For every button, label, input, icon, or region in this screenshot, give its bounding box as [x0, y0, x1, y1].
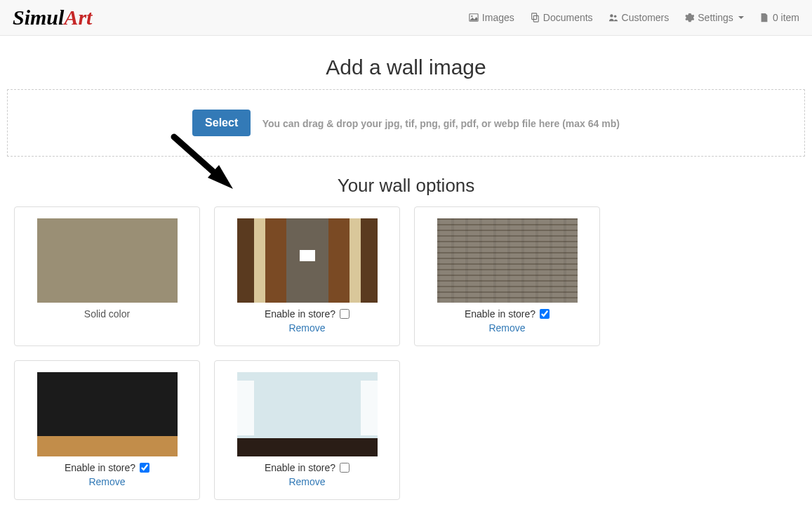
svg-point-4: [610, 14, 613, 17]
wall-thumbnail[interactable]: [237, 218, 378, 303]
nav-customers[interactable]: Customers: [608, 12, 670, 23]
select-button[interactable]: Select: [192, 110, 251, 136]
brand-first: Simul: [13, 6, 64, 29]
users-icon: [608, 13, 618, 22]
enable-label: Enable in store?: [465, 308, 535, 320]
picture-icon: [469, 13, 479, 22]
copy-icon: [530, 13, 540, 22]
nav-cart-label: 0 item: [773, 12, 799, 23]
wall-thumbnail[interactable]: [37, 218, 178, 303]
nav-documents-label: Documents: [543, 12, 593, 23]
enable-row: Enable in store?: [26, 462, 188, 473]
wall-option-card: Enable in store? Remove: [214, 360, 400, 500]
enable-checkbox[interactable]: [340, 463, 350, 473]
nav-images-label: Images: [482, 12, 514, 23]
nav-images[interactable]: Images: [469, 12, 514, 23]
enable-row: Enable in store?: [226, 462, 388, 473]
nav-items: Images Documents Customers Settings 0 it…: [469, 12, 799, 23]
svg-point-1: [471, 15, 472, 17]
wall-option-card: Solid color: [14, 206, 200, 346]
wall-thumbnail[interactable]: [437, 218, 578, 303]
enable-checkbox[interactable]: [140, 463, 149, 473]
chevron-down-icon: [738, 16, 744, 19]
nav-customers-label: Customers: [622, 12, 670, 23]
remove-link[interactable]: Remove: [288, 476, 325, 487]
nav-settings-label: Settings: [698, 12, 733, 23]
remove-link[interactable]: Remove: [288, 322, 325, 334]
enable-label: Enable in store?: [65, 462, 135, 473]
upload-dropzone[interactable]: Select You can drag & drop your jpg, tif…: [7, 89, 805, 157]
wall-option-card: Enable in store? Remove: [14, 360, 200, 500]
remove-link[interactable]: Remove: [88, 476, 125, 487]
section-title: Your wall options: [7, 175, 805, 197]
page-title: Add a wall image: [7, 55, 805, 79]
file-icon: [759, 13, 769, 22]
svg-rect-2: [531, 13, 536, 20]
brand-logo[interactable]: SimulArt: [13, 6, 92, 29]
wall-thumbnail[interactable]: [37, 372, 178, 456]
upload-hint: You can drag & drop your jpg, tif, png, …: [262, 118, 620, 129]
wall-options-grid: Solid color Enable in store? Remove Enab…: [7, 206, 805, 500]
nav-settings[interactable]: Settings: [684, 12, 744, 23]
enable-label: Enable in store?: [265, 462, 335, 473]
navbar: SimulArt Images Documents Customers Sett…: [0, 0, 812, 36]
enable-row: Enable in store?: [426, 308, 588, 320]
nav-cart[interactable]: 0 item: [759, 12, 799, 23]
brand-accent: Art: [64, 6, 92, 29]
wall-option-label: Solid color: [26, 308, 188, 320]
remove-link[interactable]: Remove: [488, 322, 525, 334]
wall-option-card: Enable in store? Remove: [414, 206, 600, 346]
wall-option-card: Enable in store? Remove: [214, 206, 400, 346]
enable-label: Enable in store?: [265, 308, 335, 320]
gear-icon: [684, 13, 694, 22]
svg-rect-3: [533, 15, 538, 22]
nav-documents[interactable]: Documents: [530, 12, 593, 23]
enable-row: Enable in store?: [226, 308, 388, 320]
enable-checkbox[interactable]: [340, 309, 350, 319]
svg-point-5: [613, 15, 616, 18]
enable-checkbox[interactable]: [540, 309, 550, 319]
wall-thumbnail[interactable]: [237, 372, 378, 456]
main-container: Add a wall image Select You can drag & d…: [0, 36, 812, 507]
